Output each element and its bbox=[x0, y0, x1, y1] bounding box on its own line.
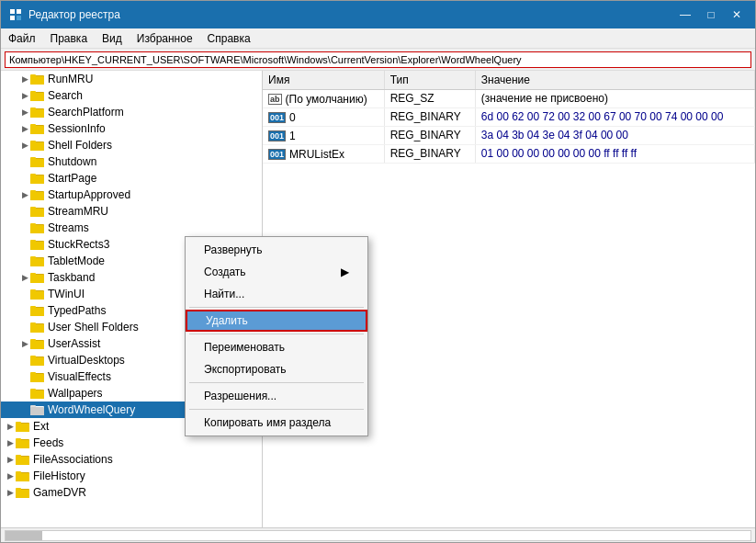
folder-icon bbox=[30, 387, 45, 400]
tree-arrow-icon: ▶ bbox=[19, 123, 30, 134]
svg-rect-4 bbox=[17, 16, 21, 20]
tree-arrow-icon bbox=[19, 355, 30, 366]
tree-arrow-icon: ▶ bbox=[5, 470, 16, 481]
tree-item[interactable]: StreamMRU bbox=[1, 203, 262, 220]
bottom-scrollbar[interactable] bbox=[1, 527, 755, 542]
tree-arrow-icon bbox=[19, 255, 30, 266]
tree-item-label: TabletMode bbox=[48, 255, 105, 267]
tree-item[interactable]: Shutdown bbox=[1, 153, 262, 170]
tree-item[interactable]: ▶ SessionInfo bbox=[1, 120, 262, 137]
svg-rect-49 bbox=[30, 308, 44, 316]
maximize-button[interactable]: □ bbox=[700, 6, 722, 24]
svg-rect-64 bbox=[30, 390, 44, 399]
ctx-item-label: Копировать имя раздела bbox=[204, 416, 331, 429]
table-row[interactable]: ab (По умолчанию)REG_SZ(значение не прис… bbox=[263, 89, 755, 107]
ctx-item-label: Переименовать bbox=[204, 341, 285, 354]
tree-arrow-icon: ▶ bbox=[19, 189, 30, 200]
menu-view[interactable]: Вид bbox=[95, 28, 130, 48]
tree-arrow-icon bbox=[19, 322, 30, 333]
value-data: 01 00 00 00 00 00 00 00 ff ff ff ff bbox=[475, 144, 754, 163]
tree-item[interactable]: ▶ SearchPlatform bbox=[1, 104, 262, 120]
tree-item[interactable]: ▶ Search bbox=[1, 87, 262, 104]
tree-item[interactable]: Streams bbox=[1, 220, 262, 236]
context-menu-item-rename[interactable]: Переименовать bbox=[186, 336, 367, 358]
svg-rect-46 bbox=[30, 291, 44, 300]
folder-icon bbox=[30, 205, 45, 218]
menu-help[interactable]: Справка bbox=[200, 28, 258, 48]
folder-icon bbox=[30, 73, 45, 85]
menu-favorites[interactable]: Избранное bbox=[130, 28, 200, 48]
context-menu-item-delete[interactable]: Удалить bbox=[186, 310, 367, 332]
tree-item-label: StuckRects3 bbox=[48, 238, 109, 251]
table-row[interactable]: 001 MRUListExREG_BINARY01 00 00 00 00 00… bbox=[263, 144, 755, 163]
context-menu-item-copy-name[interactable]: Копировать имя раздела bbox=[186, 412, 367, 434]
value-type: REG_BINARY bbox=[384, 107, 475, 126]
tree-item-label: VirtualDesktops bbox=[48, 354, 125, 367]
menu-file[interactable]: Файл bbox=[1, 28, 43, 48]
tree-arrow-icon bbox=[19, 239, 30, 250]
tree-item[interactable]: StartPage bbox=[1, 170, 262, 187]
tree-item-label: StartupApproved bbox=[48, 188, 130, 201]
svg-rect-61 bbox=[30, 374, 44, 382]
svg-rect-13 bbox=[30, 109, 44, 118]
ctx-item-label: Развернуть bbox=[204, 243, 263, 256]
tree-arrow-icon: ▶ bbox=[19, 338, 30, 349]
context-menu-item-expand[interactable]: Развернуть bbox=[186, 239, 367, 261]
tree-item[interactable]: ▶ Shell Folders bbox=[1, 137, 262, 153]
tree-item-label: StreamMRU bbox=[48, 205, 108, 218]
tree-arrow-icon bbox=[19, 404, 30, 415]
close-button[interactable]: ✕ bbox=[726, 6, 748, 24]
tree-item[interactable]: ▶ FileHistory bbox=[1, 468, 262, 484]
menu-bar: Файл Правка Вид Избранное Справка bbox=[1, 28, 755, 49]
svg-rect-1 bbox=[10, 9, 15, 14]
folder-icon bbox=[16, 486, 30, 499]
col-type: Тип bbox=[384, 71, 475, 89]
col-name: Имя bbox=[263, 71, 384, 89]
context-menu-item-permissions[interactable]: Разрешения... bbox=[186, 385, 367, 407]
table-row[interactable]: 001 1REG_BINARY3a 04 3b 04 3e 04 3f 04 0… bbox=[263, 126, 755, 144]
tree-item-label: Wallpapers bbox=[48, 387, 103, 400]
tree-item[interactable]: ▶ RunMRU bbox=[1, 71, 262, 87]
tree-item-label: FileAssociations bbox=[33, 453, 113, 466]
svg-rect-79 bbox=[16, 473, 29, 481]
tree-item-label: TypedPaths bbox=[48, 304, 106, 317]
svg-rect-2 bbox=[17, 9, 21, 14]
tree-arrow-icon: ▶ bbox=[19, 74, 30, 85]
tree-item-label: Taskband bbox=[48, 271, 95, 284]
ctx-item-label: Разрешения... bbox=[204, 390, 276, 402]
context-menu-item-create[interactable]: Создать▶ bbox=[186, 261, 367, 283]
context-menu-item-find[interactable]: Найти... bbox=[186, 283, 367, 305]
tree-item-label: VisualEffects bbox=[48, 370, 111, 383]
tree-item-label: WordWheelQuery bbox=[48, 403, 135, 416]
folder-icon bbox=[30, 403, 45, 416]
folder-icon bbox=[30, 89, 45, 102]
tree-item[interactable]: ▶ GameDVR bbox=[1, 484, 262, 501]
svg-rect-10 bbox=[30, 93, 44, 101]
tree-arrow-icon bbox=[19, 305, 30, 316]
svg-rect-19 bbox=[30, 142, 44, 151]
app-icon bbox=[8, 7, 23, 22]
value-name: 001 1 bbox=[263, 126, 384, 144]
tree-item[interactable]: ▶ FileAssociations bbox=[1, 451, 262, 468]
svg-rect-16 bbox=[30, 126, 44, 134]
address-path[interactable]: Компьютер\HKEY_CURRENT_USER\SOFTWARE\Mic… bbox=[5, 51, 751, 68]
svg-rect-70 bbox=[16, 424, 29, 432]
svg-rect-52 bbox=[30, 324, 44, 333]
tree-item[interactable]: ▶ StartupApproved bbox=[1, 187, 262, 203]
tree-item-label: SessionInfo bbox=[48, 122, 106, 135]
context-menu-item-export[interactable]: Экспортировать bbox=[186, 358, 367, 380]
folder-icon bbox=[16, 436, 30, 449]
folder-icon bbox=[30, 122, 45, 135]
menu-edit[interactable]: Правка bbox=[43, 28, 96, 48]
svg-rect-82 bbox=[16, 490, 29, 498]
minimize-button[interactable]: — bbox=[674, 6, 696, 24]
table-row[interactable]: 001 0REG_BINARY6d 00 62 00 72 00 32 00 6… bbox=[263, 107, 755, 126]
window-title: Редактор реестра bbox=[28, 8, 674, 21]
folder-icon bbox=[30, 255, 45, 267]
tree-arrow-icon bbox=[19, 371, 30, 382]
folder-icon bbox=[30, 354, 45, 367]
registry-editor-window: Редактор реестра — □ ✕ Файл Правка Вид И… bbox=[0, 0, 756, 543]
tree-item[interactable]: ▶ Feeds bbox=[1, 435, 262, 451]
folder-icon bbox=[30, 106, 45, 119]
tree-item-label: Streams bbox=[48, 221, 89, 234]
